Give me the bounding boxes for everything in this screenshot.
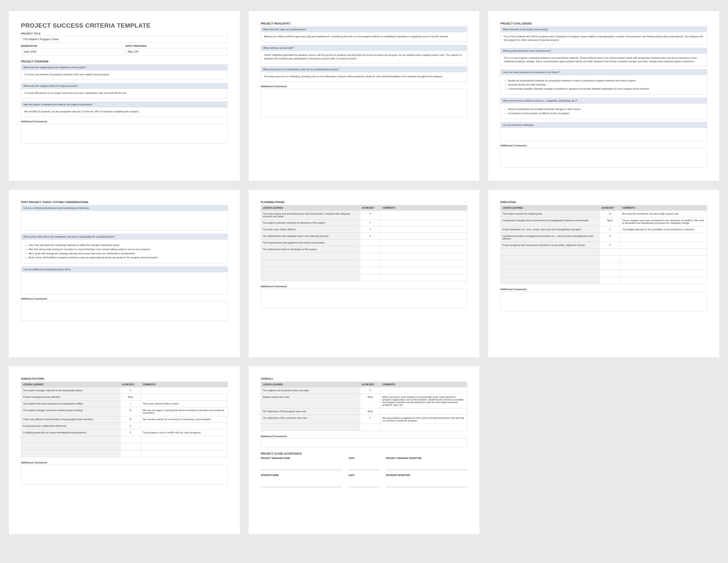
cell-lesson[interactable] bbox=[501, 248, 600, 256]
cell-achieved[interactable]: Y bbox=[360, 220, 381, 226]
cell-lesson[interactable]: The original cost projections were accur… bbox=[261, 387, 360, 394]
cell-lesson[interactable]: Project baselines (i.e., time, scope, an… bbox=[501, 226, 600, 233]
cell-lesson[interactable]: The project manager reported to the appr… bbox=[21, 387, 120, 394]
cell-comments[interactable] bbox=[141, 436, 227, 443]
cell-comments[interactable] bbox=[620, 248, 707, 256]
cell-achieved[interactable] bbox=[600, 263, 620, 270]
cell-lesson[interactable] bbox=[21, 443, 120, 450]
cell-achieved[interactable] bbox=[120, 450, 141, 457]
cell-lesson[interactable]: The stakeholders had adequate input in t… bbox=[261, 233, 360, 239]
cell-achieved[interactable] bbox=[360, 267, 381, 274]
field-moderator[interactable]: Sally Smith bbox=[21, 48, 123, 55]
cell-achieved[interactable]: Y bbox=[360, 387, 381, 394]
highlights-additional-comments[interactable] bbox=[261, 88, 467, 117]
overall-additional-comments[interactable] bbox=[261, 439, 467, 447]
cell-comments[interactable] bbox=[381, 233, 467, 239]
cell-achieved[interactable]: Y bbox=[360, 415, 381, 424]
execution-additional-comments[interactable] bbox=[500, 292, 707, 311]
overview-a3[interactable]: We enrolled 20 students, but the graduat… bbox=[21, 107, 228, 117]
cell-lesson[interactable]: The project schedule contained all eleme… bbox=[261, 220, 360, 226]
cell-comments[interactable]: When surveyed, most students recommended… bbox=[381, 394, 467, 408]
field-sponsor-signature[interactable] bbox=[386, 480, 467, 487]
cell-achieved[interactable] bbox=[600, 256, 620, 263]
cell-comments[interactable] bbox=[620, 256, 707, 263]
postproject-a2[interactable]: John Doe will adjust the marketing mater… bbox=[21, 239, 228, 263]
planning-additional-comments[interactable] bbox=[261, 289, 467, 309]
challenges-a1[interactable]: Four of the students who left the progra… bbox=[500, 32, 707, 45]
postproject-a3[interactable] bbox=[21, 272, 228, 294]
cell-comments[interactable] bbox=[381, 226, 467, 233]
cell-achieved[interactable] bbox=[600, 270, 620, 277]
challenges-a4[interactable]: Advance preparation for possible schedul… bbox=[500, 103, 707, 119]
cell-achieved[interactable]: Y bbox=[600, 233, 620, 242]
cell-lesson[interactable] bbox=[261, 424, 360, 431]
cell-lesson[interactable]: Unexpected changes that occurred were of… bbox=[501, 217, 600, 226]
cell-achieved[interactable] bbox=[600, 277, 620, 284]
postproject-additional-comments[interactable] bbox=[21, 301, 228, 321]
cell-comments[interactable] bbox=[381, 211, 467, 220]
field-date-prepared[interactable]: May 12th bbox=[125, 48, 227, 55]
cell-achieved[interactable]: Most bbox=[360, 394, 381, 408]
cell-achieved[interactable]: N bbox=[120, 416, 141, 423]
cell-comments[interactable] bbox=[381, 260, 467, 267]
highlights-a2[interactable]: Online marketing generated the greatest … bbox=[261, 51, 467, 63]
cell-achieved[interactable]: Y bbox=[360, 226, 381, 233]
cell-lesson[interactable]: Project management was effective. bbox=[21, 394, 120, 401]
cell-comments[interactable] bbox=[141, 423, 227, 430]
cell-lesson[interactable] bbox=[21, 436, 120, 443]
field-date-2[interactable] bbox=[349, 480, 379, 487]
field-pm-signature[interactable] bbox=[386, 463, 467, 470]
cell-comments[interactable] bbox=[620, 233, 707, 242]
cell-lesson[interactable] bbox=[21, 450, 120, 457]
cell-comments[interactable] bbox=[381, 408, 467, 415]
cell-achieved[interactable]: Y bbox=[120, 430, 141, 436]
overview-a1[interactable]: To recruit and maintain 20 graduate stud… bbox=[21, 70, 228, 80]
cell-comments[interactable] bbox=[381, 253, 467, 260]
cell-comments[interactable] bbox=[381, 424, 467, 431]
cell-comments[interactable]: See sections above for comments on impro… bbox=[141, 416, 227, 423]
cell-achieved[interactable]: Y bbox=[120, 387, 141, 394]
cell-achieved[interactable]: Y bbox=[360, 211, 381, 220]
cell-lesson[interactable]: The project manager and team received pr… bbox=[21, 407, 120, 416]
challenges-additional-comments[interactable] bbox=[500, 148, 707, 167]
cell-comments[interactable] bbox=[381, 387, 467, 394]
cell-comments[interactable]: This program is not in conflict with our… bbox=[141, 430, 227, 436]
cell-comments[interactable] bbox=[141, 443, 227, 450]
cell-lesson[interactable]: The project plans and scheduling were we… bbox=[261, 211, 360, 220]
cell-lesson[interactable] bbox=[501, 256, 600, 263]
cell-comments[interactable]: This issue requires further review. bbox=[141, 401, 227, 407]
cell-achieved[interactable]: — bbox=[120, 401, 141, 407]
cell-comments[interactable] bbox=[381, 246, 467, 253]
field-project-title[interactable]: First Master's Program Cohort bbox=[21, 36, 228, 43]
cell-achieved[interactable] bbox=[360, 253, 381, 260]
cell-lesson[interactable] bbox=[501, 277, 600, 284]
cell-comments[interactable] bbox=[381, 274, 467, 281]
cell-lesson[interactable] bbox=[501, 270, 600, 277]
field-date-1[interactable] bbox=[349, 463, 379, 470]
cell-comments[interactable] bbox=[620, 270, 707, 277]
cell-comments[interactable] bbox=[381, 267, 467, 274]
field-sponsor-name[interactable] bbox=[261, 480, 342, 487]
cell-lesson[interactable]: The objectives of this program were met. bbox=[261, 408, 360, 415]
cell-lesson[interactable] bbox=[261, 274, 360, 281]
cell-achieved[interactable] bbox=[360, 424, 381, 431]
cell-achieved[interactable]: N bbox=[120, 407, 141, 416]
cell-lesson[interactable]: The criteria were clear for all phases o… bbox=[261, 246, 360, 253]
cell-achieved[interactable]: Most bbox=[360, 408, 381, 415]
cell-lesson[interactable]: Functional areas collaborated effectivel… bbox=[21, 423, 120, 430]
cell-comments[interactable]: The budget planned for the possibility o… bbox=[620, 226, 707, 233]
cell-lesson[interactable]: The objectives of the university were me… bbox=[261, 415, 360, 424]
cell-achieved[interactable] bbox=[360, 274, 381, 281]
cell-comments[interactable] bbox=[620, 242, 707, 248]
cell-lesson[interactable]: Conflicting goals did not cause interdep… bbox=[21, 430, 120, 436]
cell-lesson[interactable]: Fundamental project management processes… bbox=[501, 233, 600, 242]
cell-achieved[interactable] bbox=[360, 260, 381, 267]
cell-lesson[interactable] bbox=[261, 267, 360, 274]
cell-lesson[interactable]: Student needs were met. bbox=[261, 394, 360, 408]
cell-comments[interactable] bbox=[620, 263, 707, 270]
cell-lesson[interactable]: There was efficient communication among … bbox=[21, 416, 120, 423]
cell-comments[interactable]: We achieved enrollment, but had a high d… bbox=[620, 211, 707, 217]
cell-achieved[interactable]: Most bbox=[120, 394, 141, 401]
cell-achieved[interactable] bbox=[600, 248, 620, 256]
cell-achieved[interactable] bbox=[360, 246, 381, 253]
